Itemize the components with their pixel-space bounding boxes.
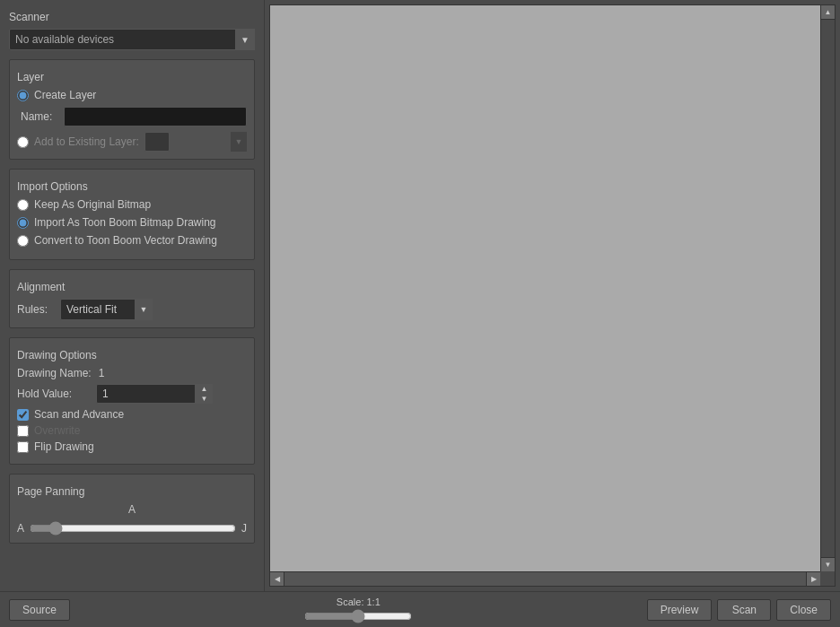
- convert-vector-row: Convert to Toon Boom Vector Drawing: [17, 234, 247, 247]
- scan-advance-checkbox[interactable]: [17, 409, 29, 421]
- drawing-name-value: 1: [99, 367, 105, 379]
- flip-drawing-label[interactable]: Flip Drawing: [34, 440, 94, 453]
- content-area: Scanner No available devices ▼ Layer Cre…: [0, 0, 840, 591]
- create-layer-radio[interactable]: [17, 90, 29, 101]
- import-toon-boom-label[interactable]: Import As Toon Boom Bitmap Drawing: [34, 216, 216, 229]
- flip-drawing-row: Flip Drawing: [17, 440, 247, 453]
- add-existing-row: Add to Existing Layer: ▼: [17, 132, 247, 152]
- spinbox-arrows: ▲ ▼: [195, 384, 213, 404]
- scan-advance-label[interactable]: Scan and Advance: [34, 408, 124, 421]
- scanner-dropdown-container: No available devices ▼: [9, 29, 255, 50]
- scanner-section: Scanner No available devices ▼: [9, 11, 255, 50]
- vertical-scrollbar: ▲ ▼: [820, 5, 835, 571]
- rules-dropdown[interactable]: Vertical Fit Horizontal Fit Fit Center: [60, 299, 153, 320]
- hold-value-spinbox: ▲ ▼: [96, 384, 213, 404]
- hold-value-row: Hold Value: ▲ ▼: [17, 384, 247, 404]
- create-layer-label[interactable]: Create Layer: [34, 89, 96, 101]
- left-panel: Scanner No available devices ▼ Layer Cre…: [0, 0, 265, 591]
- page-panning-title: Page Panning: [17, 485, 247, 498]
- preview-button[interactable]: Preview: [647, 599, 713, 621]
- scrollbar-corner: [820, 571, 835, 586]
- alignment-title: Alignment: [17, 281, 247, 293]
- bottom-center: Scale: 1:1: [304, 597, 412, 623]
- overwrite-checkbox[interactable]: [17, 425, 29, 437]
- convert-vector-radio[interactable]: [17, 235, 29, 247]
- bottom-right: Preview Scan Close: [647, 599, 831, 621]
- spinbox-down-button[interactable]: ▼: [196, 394, 213, 404]
- scanner-title: Scanner: [9, 11, 255, 23]
- rules-label: Rules:: [17, 303, 53, 316]
- layer-name-input[interactable]: [64, 107, 247, 126]
- layer-section: Layer Create Layer Name: Add to Existing…: [9, 59, 255, 160]
- horizontal-scrollbar: ◀ ▶: [270, 571, 820, 586]
- import-toon-boom-radio[interactable]: [17, 217, 29, 229]
- scroll-left-button[interactable]: ◀: [270, 572, 284, 586]
- create-layer-row: Create Layer: [17, 89, 247, 101]
- drawing-name-row: Drawing Name: 1: [17, 367, 247, 379]
- spinbox-up-button[interactable]: ▲: [196, 384, 213, 394]
- add-existing-label[interactable]: Add to Existing Layer:: [34, 135, 139, 148]
- drawing-options-section: Drawing Options Drawing Name: 1 Hold Val…: [9, 337, 255, 465]
- layer-name-row: Name:: [21, 107, 247, 126]
- overwrite-label[interactable]: Overwrite: [34, 424, 80, 437]
- hold-value-label: Hold Value:: [17, 388, 89, 400]
- overwrite-row: Overwrite: [17, 424, 247, 437]
- scan-advance-row: Scan and Advance: [17, 408, 247, 421]
- add-existing-dropdown: [144, 132, 170, 152]
- keep-original-radio[interactable]: [17, 199, 29, 211]
- panning-slider-row: A J: [17, 521, 247, 536]
- main-window: Scanner No available devices ▼ Layer Cre…: [0, 0, 840, 627]
- convert-vector-label[interactable]: Convert to Toon Boom Vector Drawing: [34, 234, 217, 247]
- flip-drawing-checkbox[interactable]: [17, 441, 29, 453]
- rules-row: Rules: Vertical Fit Horizontal Fit Fit C…: [17, 299, 247, 320]
- source-button[interactable]: Source: [9, 599, 70, 621]
- scanner-dropdown[interactable]: No available devices: [9, 29, 255, 50]
- add-existing-radio[interactable]: [17, 136, 29, 148]
- scan-button[interactable]: Scan: [717, 599, 771, 621]
- panning-left-label: A: [17, 522, 24, 535]
- scroll-track-vertical: [821, 20, 835, 557]
- page-panning-section: Page Panning A A J: [9, 474, 255, 544]
- preview-area: ▲ ▼ ◀ ▶: [269, 4, 836, 587]
- scroll-right-button[interactable]: ▶: [806, 572, 820, 586]
- import-toon-boom-row: Import As Toon Boom Bitmap Drawing: [17, 216, 247, 229]
- panning-slider[interactable]: [30, 521, 236, 536]
- bottom-toolbar: Source Scale: 1:1 Preview Scan Close: [0, 591, 840, 627]
- layer-title: Layer: [17, 71, 247, 83]
- panning-center-label: A: [128, 503, 136, 516]
- import-options-title: Import Options: [17, 180, 247, 193]
- scroll-up-button[interactable]: ▲: [821, 5, 835, 20]
- panning-right-label: J: [241, 522, 247, 535]
- alignment-section: Alignment Rules: Vertical Fit Horizontal…: [9, 269, 255, 328]
- add-existing-dropdown-arrow-icon: ▼: [231, 132, 247, 152]
- panning-label-row: A: [17, 503, 247, 516]
- drawing-options-title: Drawing Options: [17, 349, 247, 361]
- drawing-name-label: Drawing Name:: [17, 367, 92, 379]
- name-label: Name:: [21, 110, 57, 123]
- add-existing-dropdown-container: ▼: [144, 132, 247, 152]
- close-button[interactable]: Close: [776, 599, 831, 621]
- right-panel: ▲ ▼ ◀ ▶: [265, 0, 840, 591]
- scale-label: Scale: 1:1: [337, 597, 381, 607]
- keep-original-row: Keep As Original Bitmap: [17, 198, 247, 211]
- rules-dropdown-container: Vertical Fit Horizontal Fit Fit Center ▼: [60, 299, 153, 320]
- scroll-down-button[interactable]: ▼: [821, 557, 835, 571]
- scale-slider[interactable]: [304, 609, 412, 623]
- keep-original-label[interactable]: Keep As Original Bitmap: [34, 198, 151, 211]
- bottom-left: Source: [9, 599, 70, 621]
- import-options-section: Import Options Keep As Original Bitmap I…: [9, 169, 255, 260]
